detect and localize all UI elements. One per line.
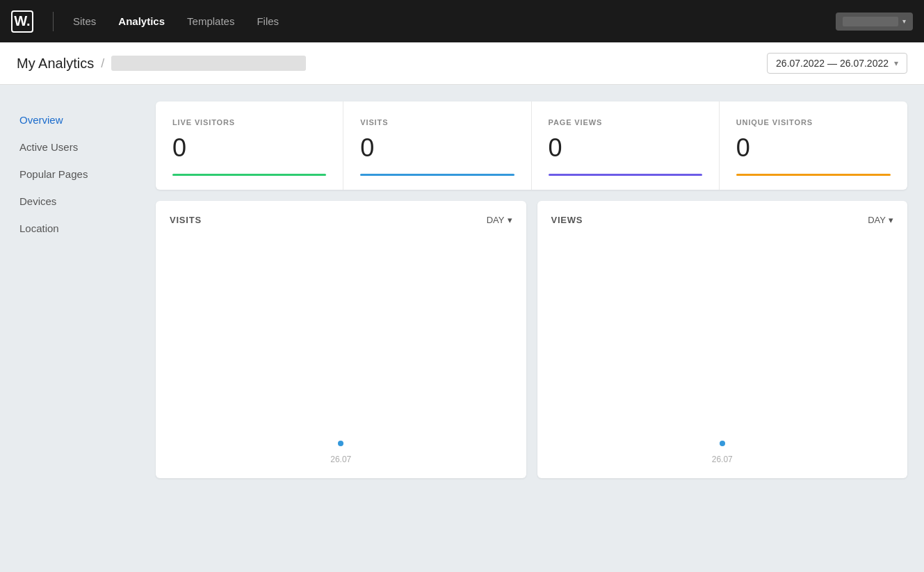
sidebar-item-overview[interactable]: Overview [17, 107, 156, 133]
stat-line-1 [360, 174, 514, 176]
views-period-chevron: ▾ [889, 215, 893, 225]
nav-sites[interactable]: Sites [65, 10, 104, 33]
nav-files[interactable]: Files [248, 10, 287, 33]
views-chart-card: VIEWS DAY ▾ 26.07 [537, 201, 908, 478]
nav-analytics[interactable]: Analytics [110, 10, 173, 33]
views-period-label: DAY [868, 215, 886, 225]
stat-card-unique-visitors: UNIQUE VISITORS 0 [720, 101, 907, 190]
stat-value-2: 0 [549, 133, 702, 163]
visits-x-label: 26.07 [330, 455, 351, 464]
sidebar-item-active-users[interactable]: Active Users [17, 134, 156, 160]
charts-row: VISITS DAY ▾ 26.07 VIEWS DAY ▾ [156, 201, 907, 478]
breadcrumb-separator: / [101, 56, 104, 71]
date-range-value: 26.07.2022 — 26.07.2022 [776, 58, 889, 69]
stat-card-page-views: PAGE VIEWS 0 [532, 101, 720, 190]
user-dropdown-placeholder [843, 17, 898, 26]
user-dropdown-chevron: ▾ [902, 17, 906, 25]
content-area: LIVE VISITORS 0 VISITS 0 PAGE VIEWS 0 UN… [156, 101, 907, 555]
views-chart-header: VIEWS DAY ▾ [551, 215, 894, 225]
stat-card-visits: VISITS 0 [343, 101, 531, 190]
stat-label-1: VISITS [360, 118, 514, 126]
sidebar-item-devices[interactable]: Devices [17, 188, 156, 214]
top-navigation: W. Sites Analytics Templates Files ▾ [0, 0, 924, 42]
views-x-label: 26.07 [712, 455, 733, 464]
views-chart-area: 26.07 [551, 231, 894, 467]
stat-line-3 [736, 174, 891, 176]
stat-label-0: LIVE VISITORS [172, 118, 326, 126]
visits-period-label: DAY [487, 215, 505, 225]
stat-value-1: 0 [360, 133, 514, 163]
views-period-select[interactable]: DAY ▾ [868, 215, 893, 225]
visits-chart-area: 26.07 [170, 231, 512, 467]
stat-line-2 [549, 174, 702, 176]
stat-line-0 [172, 174, 326, 176]
header-bar: My Analytics / 26.07.2022 — 26.07.2022 ▾ [0, 42, 924, 85]
visits-period-select[interactable]: DAY ▾ [487, 215, 512, 225]
views-chart-title: VIEWS [551, 215, 583, 225]
stat-label-2: PAGE VIEWS [549, 118, 702, 126]
date-range-chevron: ▾ [894, 58, 898, 68]
visits-chart-card: VISITS DAY ▾ 26.07 [156, 201, 526, 478]
page-title: My Analytics [17, 56, 94, 72]
breadcrumb: My Analytics / [17, 56, 767, 72]
user-dropdown[interactable]: ▾ [836, 13, 913, 31]
main-content: Overview Active Users Popular Pages Devi… [0, 85, 924, 572]
sidebar: Overview Active Users Popular Pages Devi… [17, 101, 156, 555]
stat-card-live-visitors: LIVE VISITORS 0 [156, 101, 343, 190]
sidebar-item-location[interactable]: Location [17, 215, 156, 241]
visits-period-chevron: ▾ [508, 215, 512, 225]
stat-label-3: UNIQUE VISITORS [736, 118, 891, 126]
visits-chart-dot [338, 441, 343, 446]
stat-value-0: 0 [172, 133, 326, 163]
logo: W. [11, 10, 33, 33]
date-range-picker[interactable]: 26.07.2022 — 26.07.2022 ▾ [767, 53, 907, 74]
nav-divider [53, 12, 54, 31]
sidebar-item-popular-pages[interactable]: Popular Pages [17, 161, 156, 187]
views-chart-dot [720, 441, 725, 446]
stats-row: LIVE VISITORS 0 VISITS 0 PAGE VIEWS 0 UN… [156, 101, 907, 190]
visits-chart-title: VISITS [170, 215, 202, 225]
site-url [111, 56, 306, 71]
stat-value-3: 0 [736, 133, 891, 163]
visits-chart-header: VISITS DAY ▾ [170, 215, 512, 225]
nav-templates[interactable]: Templates [179, 10, 243, 33]
